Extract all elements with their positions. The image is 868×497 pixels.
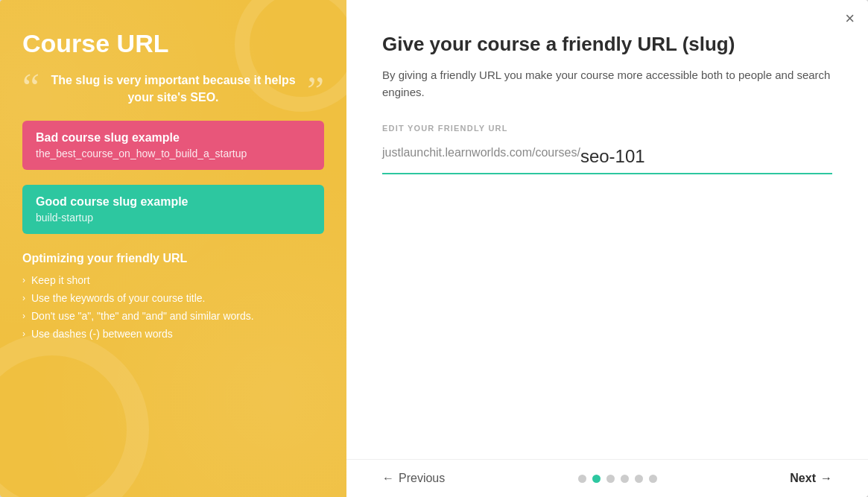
list-item: ›Don't use "a", "the" and "and" and simi… (22, 310, 324, 322)
quote-mark-right: ” (307, 75, 324, 107)
optimize-title: Optimizing your friendly URL (22, 252, 324, 265)
next-label: Next (790, 472, 816, 485)
url-input-row: justlaunchit.learnworlds.com/courses/ (382, 140, 832, 174)
list-item: ›Use dashes (-) between words (22, 328, 324, 340)
modal-footer: ← Previous Next → (346, 459, 868, 497)
close-button[interactable]: × (845, 9, 855, 28)
pagination-dots (578, 475, 657, 483)
bad-example-title: Bad course slug example (36, 131, 311, 145)
pagination-dot[interactable] (606, 475, 615, 483)
optimize-section: Optimizing your friendly URL ›Keep it sh… (22, 252, 324, 340)
tip-text: Use the keywords of your course title. (31, 292, 205, 304)
good-example-card: Good course slug example build-startup (22, 185, 324, 234)
tip-text: Keep it short (31, 274, 90, 286)
bad-example-card: Bad course slug example the_best_course_… (22, 121, 324, 170)
tip-text: Don't use "a", "the" and "and" and simil… (31, 310, 254, 322)
field-label: EDIT YOUR FRIENDLY URL (382, 124, 832, 133)
right-panel: Give your course a friendly URL (slug) B… (346, 0, 868, 497)
right-subtitle: By giving a friendly URL you make your c… (382, 66, 832, 101)
good-example-title: Good course slug example (36, 195, 311, 209)
good-example-value: build-startup (36, 212, 311, 224)
previous-button[interactable]: ← Previous (382, 472, 445, 485)
prev-label: Previous (399, 472, 445, 485)
chevron-icon: › (22, 293, 25, 303)
right-title: Give your course a friendly URL (slug) (382, 33, 832, 56)
list-item: ›Keep it short (22, 274, 324, 286)
chevron-icon: › (22, 311, 25, 321)
next-button[interactable]: Next → (790, 472, 832, 485)
chevron-icon: › (22, 329, 25, 339)
url-prefix: justlaunchit.learnworlds.com/courses/ (382, 140, 580, 173)
optimize-list: ›Keep it short ›Use the keywords of your… (22, 274, 324, 340)
pagination-dot[interactable] (649, 475, 657, 483)
next-arrow-icon: → (820, 472, 832, 485)
slug-input[interactable] (580, 140, 832, 173)
left-panel: Course URL “ The slug is very important … (0, 0, 346, 497)
quote-mark-left: “ (22, 72, 39, 104)
panel-title: Course URL (22, 30, 324, 57)
list-item: ›Use the keywords of your course title. (22, 292, 324, 304)
chevron-icon: › (22, 275, 25, 285)
prev-arrow-icon: ← (382, 472, 394, 485)
pagination-dot[interactable] (621, 475, 629, 483)
modal-wrapper: × Course URL “ The slug is very importan… (0, 0, 868, 497)
pagination-dot[interactable] (592, 475, 601, 483)
pagination-dot[interactable] (578, 475, 586, 483)
pagination-dot[interactable] (635, 475, 643, 483)
quote-text: The slug is very important because it he… (47, 72, 300, 106)
tip-text: Use dashes (-) between words (31, 328, 173, 340)
right-content: Give your course a friendly URL (slug) B… (346, 0, 868, 459)
bad-example-value: the_best_course_on_how_to_build_a_startu… (36, 148, 311, 159)
quote-block: “ The slug is very important because it … (22, 72, 324, 106)
